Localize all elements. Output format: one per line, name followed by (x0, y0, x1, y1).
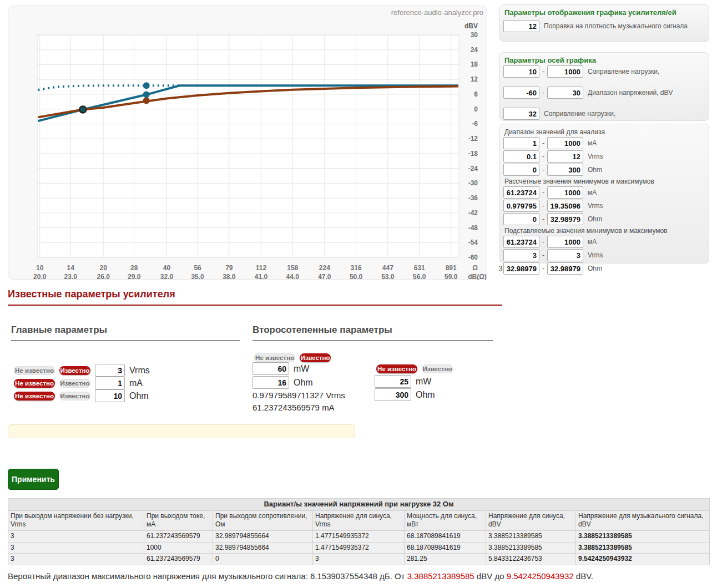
single-load-input[interactable] (503, 108, 539, 120)
dash: - (542, 251, 544, 259)
results-table: Вариант/ы значений напряжений при нагруз… (8, 498, 710, 565)
table-cell: 281.25 (405, 554, 486, 565)
y-tick-label: -54 (468, 239, 478, 246)
range-vrms-max-input[interactable] (547, 150, 583, 163)
vrms-input[interactable] (95, 364, 125, 377)
x-tick-db-label: 32.0 (160, 273, 174, 280)
secondary-right-ohm-row: Ohm (375, 388, 435, 401)
range-ma-min-input[interactable] (503, 137, 539, 149)
y-tick-label: 18 (471, 60, 478, 68)
x-tick-ohm-label: 28 (130, 264, 138, 272)
density-input[interactable] (503, 20, 539, 32)
load-res-min-input[interactable] (503, 65, 539, 78)
secondary-left-mw-row: mW (253, 362, 309, 375)
x-tick-db-label: 38.0 (223, 273, 236, 280)
secondary-params-title: Второсотепенные параметры (253, 325, 493, 341)
y-tick-label: -48 (468, 224, 478, 232)
calc-ohm-min-input[interactable] (503, 213, 539, 225)
col-header: При выходом напряжении без нагрузки, Vrm… (8, 510, 144, 530)
secondary-right-toggles: Не известно Известно (376, 364, 453, 373)
range-ohm-max-input[interactable] (547, 164, 583, 176)
calc-ohm-max-input[interactable] (547, 213, 583, 225)
voltage-max-input[interactable] (547, 87, 583, 99)
power2-mw-input[interactable] (375, 375, 411, 388)
amplifier-chart-panel: reference-audio-analyzer.pro dBV R ΛΛ 30… (8, 6, 487, 280)
known-toggle[interactable]: Известно (59, 392, 90, 401)
analysis-row: - Vrms (503, 249, 705, 261)
x-tick-db-label: 56.0 (413, 273, 426, 280)
power-mw-input[interactable] (253, 362, 289, 375)
y-axis-title: dBV (464, 22, 478, 30)
unit-label: Ohm (588, 215, 602, 223)
table-cell: 1000 (144, 542, 213, 554)
analysis-row: - Vrms (503, 200, 705, 212)
known-toggle[interactable]: Известно (59, 366, 90, 375)
y-tick-label: -6 (472, 120, 478, 128)
analysis-group-title: Подставляемые значения минимумов и макси… (504, 227, 705, 235)
table-cell: 68.187089841619 (405, 542, 486, 554)
calc-vrms-min-input[interactable] (503, 200, 539, 212)
analysis-row: - мА (503, 137, 705, 149)
unit-label: Ohm (294, 378, 313, 388)
music-limit-point-marker[interactable] (143, 92, 150, 98)
secondary-left-ohm-row: Ohm (253, 376, 313, 389)
amplifier-chart: reference-audio-analyzer.pro dBV R ΛΛ 30… (8, 6, 488, 280)
sub-ohm-min-input[interactable] (503, 262, 539, 275)
table-row: 361.23724356957932.9897948556641.4771549… (8, 531, 710, 543)
unknown-toggle[interactable]: Не известно (14, 366, 55, 375)
known-params-title: Известные параметры усилителя (8, 288, 502, 306)
main-param-row-vrms: Не известно Известно Vrms (14, 364, 150, 377)
known-toggle[interactable]: Известно (300, 353, 331, 362)
sub-ma-min-input[interactable] (503, 236, 539, 248)
unknown-toggle[interactable]: Не известно (14, 392, 55, 401)
x-tick-db-label: 23.0 (64, 273, 78, 280)
range-ma-max-input[interactable] (547, 137, 583, 149)
y-tick-label: -12 (468, 135, 478, 143)
table-cell: 3 (313, 554, 405, 565)
ohm-input[interactable] (95, 389, 125, 402)
x-tick-ohm-label: 447 (382, 264, 393, 272)
single-load-row: Сопривление нагрузки, (503, 108, 705, 120)
apply-button[interactable]: Применить (8, 469, 59, 490)
unknown-toggle[interactable]: Не известно (254, 353, 295, 362)
unit-label: Vrms (588, 153, 603, 160)
calc-ma-max-input[interactable] (547, 186, 583, 199)
ma-input[interactable] (95, 377, 125, 389)
x-axis-unit-db: dB(Ω) (468, 273, 487, 280)
unknown-toggle[interactable]: Не известно (376, 364, 417, 373)
range-ohm-min-input[interactable] (503, 164, 539, 176)
unit-label: мА (588, 189, 597, 196)
known-toggle[interactable]: Известно (422, 364, 453, 373)
table-cell: 3.3885213389585 (486, 531, 576, 543)
x-axis-unit-ohm: Ω (472, 264, 478, 272)
message-input[interactable] (8, 424, 355, 438)
col-header: Мощность для синуса, мВт (405, 510, 486, 530)
unknown-toggle[interactable]: Не известно (14, 379, 55, 388)
plot-area (37, 35, 459, 257)
range-vrms-min-input[interactable] (503, 150, 539, 163)
display-params-panel: Параметры отображения графика усилителя/… (499, 4, 709, 42)
summary-mid: dBV до (474, 571, 507, 581)
x-tick-db-label: 50.0 (350, 273, 363, 280)
table-row: 361.23724356957903281.255.84331224367539… (8, 554, 710, 565)
table-cell: 3 (8, 531, 144, 543)
calc-vrms-max-input[interactable] (547, 200, 583, 212)
table-cell: 61.237243569579 (144, 554, 213, 565)
sub-ma-max-input[interactable] (547, 236, 583, 248)
power2-ohm-input[interactable] (375, 388, 411, 401)
crossing-point-marker[interactable] (79, 107, 86, 113)
sine-point-marker[interactable] (143, 98, 150, 104)
calc-ma-min-input[interactable] (503, 186, 539, 199)
unit-label: Vrms (588, 251, 603, 259)
sub-vrms-min-input[interactable] (503, 249, 539, 261)
music-max-point-marker[interactable] (143, 82, 150, 89)
sub-ohm-max-input[interactable] (547, 262, 583, 275)
summary-max-dbv: 9.5424250943932 (507, 571, 574, 581)
table-cell: 3 (8, 542, 144, 554)
x-tick-db-label: 29.0 (128, 273, 141, 280)
voltage-min-input[interactable] (503, 87, 539, 99)
known-toggle[interactable]: Известно (59, 379, 90, 388)
sub-vrms-max-input[interactable] (547, 249, 583, 261)
load-res-max-input[interactable] (547, 65, 583, 78)
power-ohm-input[interactable] (253, 376, 289, 389)
